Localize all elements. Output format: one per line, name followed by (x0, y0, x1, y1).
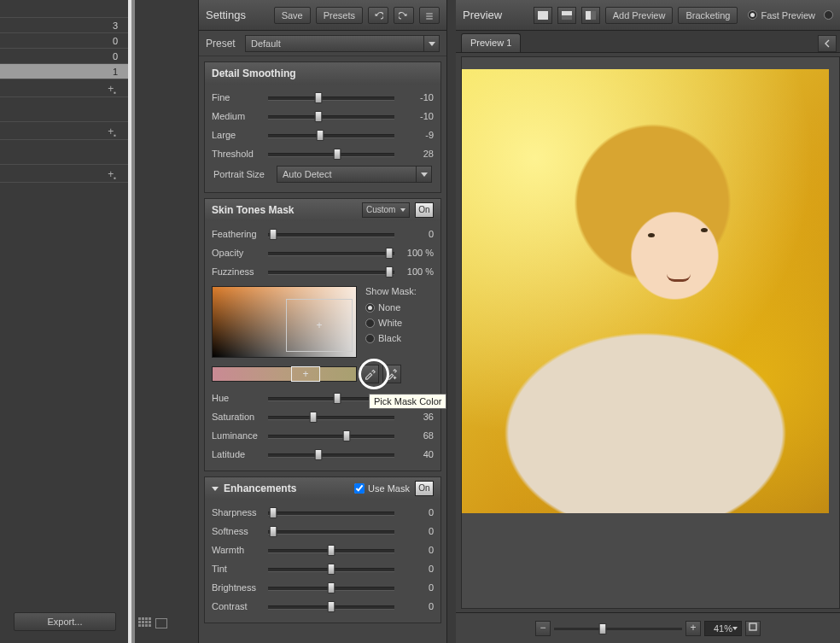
pick-mask-color-tooltip: Pick Mask Color (369, 394, 446, 409)
contrast-label: Contrast (212, 601, 265, 611)
preset-label: Preset (206, 38, 240, 50)
fine-label: Fine (212, 92, 265, 102)
preview-header: Preview Add Preview Bracketing Fast Prev… (456, 0, 840, 31)
skin-tones-section: Skin Tones Mask Custom On Feathering0 Op… (204, 198, 441, 471)
feathering-value: 0 (398, 229, 434, 239)
latitude-value: 40 (398, 449, 434, 459)
presets-button[interactable]: Presets (316, 7, 363, 24)
view-single-button[interactable] (534, 7, 552, 24)
sharpness-label: Sharpness (212, 507, 265, 517)
enhancements-section: Enhancements Use Mask On Sharpness0 Soft… (204, 476, 441, 623)
show-mask-label: Show Mask: (365, 286, 434, 296)
tint-label: Tint (212, 564, 265, 574)
threshold-slider[interactable] (268, 148, 394, 160)
bracketing-button[interactable]: Bracketing (678, 7, 738, 24)
preview-tabbar: Preview 1 (456, 31, 840, 53)
fuzziness-label: Fuzziness (212, 266, 265, 277)
softness-slider[interactable] (268, 525, 394, 537)
view-split-h-button[interactable] (557, 7, 576, 24)
opacity-label: Opacity (212, 248, 265, 258)
feathering-slider[interactable] (268, 228, 394, 240)
warmth-slider[interactable] (268, 544, 394, 556)
panel-menu-button[interactable] (419, 7, 440, 24)
single-view-icon[interactable] (155, 618, 167, 628)
add-row-button[interactable]: +▪ (0, 164, 128, 183)
undo-button[interactable] (368, 7, 388, 24)
settings-title: Settings (206, 9, 269, 21)
count-row[interactable]: 0 (0, 48, 128, 63)
enh-on-toggle[interactable]: On (415, 481, 434, 496)
settings-header: Settings Save Presets (199, 0, 446, 31)
fuzziness-slider[interactable] (268, 266, 394, 278)
preview-canvas[interactable] (461, 56, 840, 609)
tint-slider[interactable] (268, 563, 394, 575)
mask-none-radio[interactable] (365, 303, 375, 313)
saturation-label: Saturation (212, 412, 265, 422)
fine-slider[interactable] (268, 91, 394, 103)
preview-panel: Preview Add Preview Bracketing Fast Prev… (456, 0, 840, 643)
left-sidebar: 3 0 0 1 +▪ +▪ +▪ Export... (0, 0, 128, 643)
brightness-label: Brightness (212, 582, 265, 593)
saturation-value: 36 (398, 412, 434, 422)
detail-smoothing-section: Detail Smoothing Fine-10 Medium-10 Large… (204, 61, 441, 193)
count-row-selected[interactable]: 1 (0, 63, 128, 79)
eyedropper-add-button[interactable] (382, 365, 401, 383)
save-button[interactable]: Save (274, 7, 311, 24)
fast-preview-label: Fast Preview (761, 10, 815, 20)
use-mask-checkbox[interactable]: Use Mask (354, 483, 410, 494)
count-row[interactable]: 3 (0, 17, 128, 32)
color-gradient-picker[interactable]: + (212, 286, 357, 358)
fuzziness-value: 100 % (398, 266, 434, 277)
section-title: Enhancements (224, 482, 296, 494)
large-slider[interactable] (268, 129, 394, 141)
add-row-button[interactable]: +▪ (0, 79, 128, 97)
mask-white-radio[interactable] (365, 319, 375, 328)
preset-dropdown[interactable]: Default (245, 35, 440, 52)
skin-preset-dropdown[interactable]: Custom (362, 202, 410, 218)
prev-image-button[interactable] (818, 35, 837, 52)
eyedropper-button[interactable] (360, 365, 379, 383)
medium-label: Medium (212, 111, 265, 121)
export-button[interactable]: Export... (14, 612, 116, 631)
other-preview-radio[interactable] (824, 10, 833, 20)
skin-on-toggle[interactable]: On (415, 202, 434, 218)
medium-slider[interactable] (268, 110, 394, 122)
feathering-label: Feathering (212, 229, 265, 239)
view-split-v-button[interactable] (581, 7, 600, 24)
luminance-slider[interactable] (268, 430, 394, 441)
preview-image (462, 69, 829, 513)
zoom-fit-button[interactable] (745, 621, 761, 636)
preview-title: Preview (463, 9, 528, 21)
latitude-slider[interactable] (268, 448, 394, 460)
preview-tab-1[interactable]: Preview 1 (461, 33, 521, 52)
swatch-strip[interactable]: + (212, 366, 357, 382)
brightness-slider[interactable] (268, 582, 394, 593)
thumbnail-strip (135, 0, 198, 643)
zoom-slider[interactable] (554, 623, 682, 634)
zoom-in-button[interactable]: + (685, 621, 701, 636)
opacity-slider[interactable] (268, 247, 394, 259)
count-row[interactable]: 0 (0, 32, 128, 48)
zoom-value-dropdown[interactable]: 41% (704, 621, 742, 636)
redo-button[interactable] (394, 7, 414, 24)
svg-rect-5 (750, 623, 756, 630)
portrait-size-dropdown[interactable]: Auto Detect (277, 166, 432, 183)
fast-preview-radio[interactable] (748, 10, 757, 20)
add-preview-button[interactable]: Add Preview (605, 7, 674, 24)
fine-value: -10 (398, 92, 434, 102)
zoom-out-button[interactable]: − (535, 621, 551, 636)
section-title: Skin Tones Mask (212, 204, 294, 216)
warmth-label: Warmth (212, 545, 265, 555)
sharpness-slider[interactable] (268, 506, 394, 518)
saturation-slider[interactable] (268, 411, 394, 423)
opacity-value: 100 % (398, 248, 434, 258)
threshold-value: 28 (398, 149, 434, 159)
grid-view-icon[interactable] (138, 617, 152, 629)
mask-black-radio[interactable] (365, 334, 375, 343)
portrait-size-label: Portrait Size (213, 169, 271, 179)
add-row-button[interactable]: +▪ (0, 121, 128, 140)
collapse-caret-icon[interactable] (212, 487, 219, 491)
hue-label: Hue (212, 393, 265, 403)
luminance-label: Luminance (212, 430, 265, 441)
contrast-slider[interactable] (268, 600, 394, 612)
